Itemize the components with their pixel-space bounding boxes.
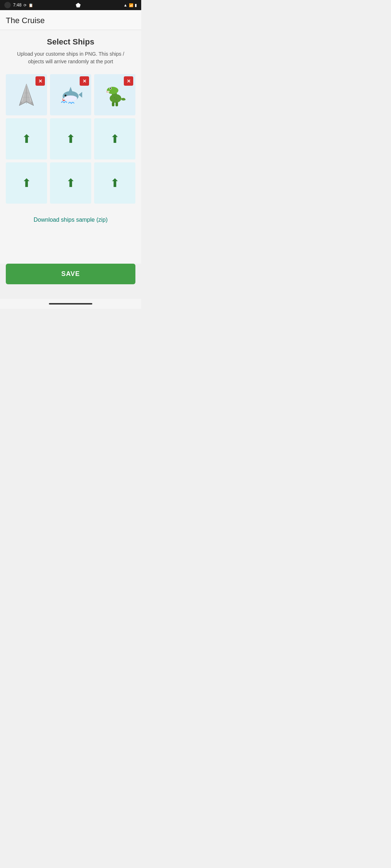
svg-point-7 [64, 95, 77, 101]
camera-dot [4, 2, 11, 8]
delete-button-1[interactable] [80, 76, 89, 86]
delete-button-0[interactable] [35, 76, 45, 86]
svg-rect-19 [107, 92, 108, 93]
app-bar: The Cruise [0, 10, 141, 30]
section-subtitle: Upload your custome ships in PNG. This s… [6, 50, 135, 65]
trex-icon [102, 82, 128, 108]
section-title: Select Ships [6, 37, 135, 47]
svg-point-22 [110, 88, 111, 89]
ship-cell-4[interactable]: ⬆ [50, 118, 91, 159]
notification-dot: ⬟ [76, 2, 81, 9]
svg-rect-20 [108, 92, 109, 93]
home-indicator [49, 303, 92, 305]
ship-cell-2[interactable] [94, 74, 135, 115]
save-button[interactable]: SAVE [6, 264, 135, 284]
time-display: 7:48 [13, 3, 21, 8]
sim-icon: 📋 [29, 3, 33, 7]
svg-rect-24 [112, 102, 114, 106]
svg-marker-9 [79, 92, 82, 98]
upload-icon-8: ⬆ [110, 176, 120, 190]
upload-icon-6: ⬆ [22, 176, 31, 190]
wifi-icon: ▲ [123, 3, 127, 7]
svg-point-12 [65, 95, 67, 97]
ship-cell-1[interactable] [50, 74, 91, 115]
upload-icon-4: ⬆ [66, 132, 76, 146]
star-destroyer-icon [14, 82, 39, 107]
svg-point-27 [116, 99, 117, 100]
svg-rect-10 [63, 98, 64, 100]
ship-cell-6[interactable]: ⬆ [6, 162, 47, 204]
upload-icon-7: ⬆ [66, 176, 76, 190]
svg-rect-18 [109, 91, 110, 92]
svg-point-13 [66, 95, 66, 95]
sync-icon: ⟳ [24, 3, 26, 7]
svg-rect-17 [107, 91, 108, 92]
ship-cell-7[interactable]: ⬆ [50, 162, 91, 204]
main-content: Select Ships Upload your custome ships i… [0, 30, 141, 264]
svg-rect-25 [115, 102, 118, 106]
svg-marker-8 [68, 87, 73, 95]
svg-rect-11 [64, 98, 66, 100]
status-bar: 7:48 ⟳ 📋 ⬟ ▲ 📶 ▮ [0, 0, 141, 10]
upload-icon-5: ⬆ [110, 132, 120, 146]
battery-icon: ▮ [135, 3, 137, 8]
status-bar-left: 7:48 ⟳ 📋 [4, 2, 33, 8]
signal-icon: 📶 [129, 3, 133, 7]
delete-button-2[interactable] [124, 76, 133, 86]
ship-cell-0[interactable] [6, 74, 47, 115]
ship-cell-5[interactable]: ⬆ [94, 118, 135, 159]
shark-icon [58, 82, 84, 108]
download-link[interactable]: Download ships sample (zip) [6, 212, 135, 227]
upload-icon-3: ⬆ [22, 132, 31, 146]
bottom-bar [0, 299, 141, 309]
status-bar-right: ▲ 📶 ▮ [123, 3, 137, 8]
ships-grid: ⬆ ⬆ ⬆ ⬆ ⬆ ⬆ [6, 74, 135, 204]
svg-point-26 [114, 97, 115, 98]
ship-cell-8[interactable]: ⬆ [94, 162, 135, 204]
ship-cell-3[interactable]: ⬆ [6, 118, 47, 159]
page-title: The Cruise [6, 16, 45, 25]
